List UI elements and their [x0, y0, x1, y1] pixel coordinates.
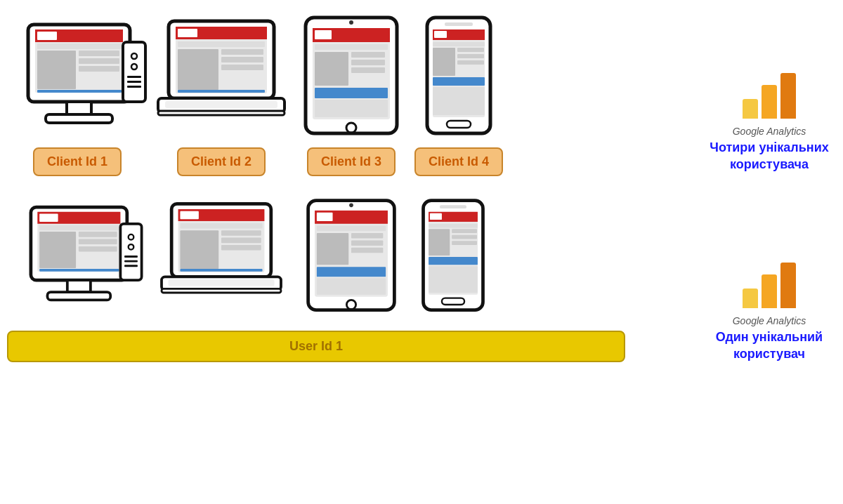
svg-rect-54 — [433, 87, 485, 115]
svg-rect-80 — [180, 230, 218, 269]
svg-rect-21 — [178, 29, 197, 37]
ga-bar-large — [780, 73, 796, 119]
top-row: Client Id 1 — [7, 14, 836, 176]
svg-rect-40 — [315, 88, 388, 98]
tablet-icon-2 — [295, 197, 407, 317]
svg-rect-98 — [317, 278, 386, 295]
ga-description-bottom: Один унікальний користувач — [702, 329, 836, 362]
ga-bar-medium — [762, 85, 777, 119]
ga-bars-top — [743, 69, 796, 119]
svg-rect-24 — [221, 49, 263, 55]
analytics-panel-top: Google Analytics Чотири унікальних корис… — [702, 69, 836, 176]
device-item-4: Client Id 4 — [414, 14, 503, 176]
bottom-row: User Id 1 Google Analytics Один унікальн… — [7, 197, 836, 362]
svg-rect-72 — [124, 256, 138, 258]
analytics-panel-bottom: Google Analytics Один унікальний користу… — [702, 259, 836, 362]
svg-rect-36 — [315, 52, 348, 86]
svg-rect-112 — [440, 205, 466, 208]
bottom-left: User Id 1 — [7, 197, 702, 362]
svg-rect-35 — [315, 44, 388, 50]
tablet-icon-1 — [295, 14, 407, 140]
svg-rect-92 — [317, 226, 386, 232]
laptop-icon-2 — [155, 197, 288, 317]
svg-rect-15 — [127, 76, 141, 78]
ga-bar-medium-2 — [762, 274, 777, 308]
device-item-b4 — [414, 197, 492, 317]
svg-rect-60 — [39, 214, 58, 222]
svg-rect-26 — [221, 65, 263, 70]
svg-rect-61 — [39, 225, 119, 231]
svg-rect-69 — [120, 224, 141, 280]
svg-rect-8 — [79, 66, 119, 72]
desktop-icon-2 — [7, 197, 148, 317]
svg-rect-95 — [351, 240, 383, 246]
svg-point-43 — [349, 20, 353, 25]
user-id-label: User Id 1 — [7, 331, 625, 362]
svg-rect-23 — [178, 49, 218, 90]
svg-rect-93 — [317, 233, 348, 265]
ga-logo-text-top: Google Analytics — [733, 126, 806, 137]
svg-rect-74 — [124, 265, 138, 267]
client-label-3: Client Id 3 — [307, 147, 396, 176]
svg-rect-108 — [452, 235, 477, 239]
devices-bottom — [7, 197, 492, 317]
svg-rect-41 — [315, 100, 388, 117]
svg-rect-83 — [221, 245, 261, 251]
svg-rect-48 — [433, 42, 485, 46]
svg-rect-5 — [37, 51, 76, 89]
svg-rect-94 — [351, 233, 383, 239]
ga-bars-bottom — [743, 259, 796, 308]
svg-rect-81 — [221, 230, 261, 236]
desktop-icon-1 — [7, 14, 148, 140]
svg-rect-12 — [123, 42, 145, 102]
svg-rect-109 — [452, 241, 477, 245]
svg-rect-34 — [315, 30, 332, 39]
svg-rect-66 — [39, 269, 119, 272]
svg-rect-87 — [162, 289, 281, 293]
svg-rect-55 — [445, 22, 473, 26]
device-item-b1 — [7, 197, 148, 317]
svg-rect-51 — [457, 54, 484, 58]
client-label-1: Client Id 1 — [33, 147, 122, 176]
svg-rect-11 — [46, 114, 112, 123]
svg-rect-97 — [317, 267, 386, 277]
svg-rect-105 — [429, 224, 478, 228]
svg-rect-96 — [351, 248, 383, 253]
svg-rect-6 — [79, 51, 119, 56]
svg-rect-50 — [457, 48, 484, 52]
laptop-icon-1 — [155, 14, 288, 140]
svg-rect-79 — [180, 223, 262, 229]
device-item-3: Client Id 3 — [295, 14, 407, 176]
ga-logo-bottom: Google Analytics — [733, 259, 806, 326]
device-item-2: Client Id 2 — [155, 14, 288, 176]
ga-logo-text-bottom: Google Analytics — [733, 315, 806, 326]
svg-rect-29 — [165, 101, 277, 108]
svg-rect-78 — [180, 211, 198, 219]
svg-rect-7 — [79, 58, 119, 64]
svg-rect-25 — [221, 57, 263, 62]
client-label-4: Client Id 4 — [414, 147, 503, 176]
svg-rect-104 — [430, 213, 442, 220]
svg-rect-91 — [317, 213, 333, 221]
phone-icon-1 — [420, 14, 497, 140]
ga-bar-small-2 — [743, 289, 758, 308]
svg-rect-82 — [221, 238, 261, 244]
svg-rect-47 — [434, 31, 447, 38]
svg-rect-30 — [158, 111, 285, 115]
ga-description-top: Чотири унікальних користувача — [702, 140, 836, 173]
svg-rect-84 — [180, 269, 262, 272]
devices-top: Client Id 1 — [7, 14, 702, 176]
svg-rect-73 — [124, 260, 138, 263]
svg-rect-68 — [48, 292, 111, 300]
svg-rect-9 — [37, 90, 122, 93]
svg-rect-10 — [67, 102, 91, 114]
svg-rect-37 — [351, 52, 385, 58]
svg-rect-111 — [429, 266, 478, 293]
main-container: Client Id 1 — [0, 0, 843, 504]
svg-rect-38 — [351, 60, 385, 65]
svg-rect-52 — [457, 60, 484, 65]
ga-bar-large-2 — [780, 263, 796, 308]
svg-rect-67 — [67, 280, 91, 292]
svg-rect-16 — [127, 81, 141, 83]
svg-rect-49 — [433, 48, 455, 76]
